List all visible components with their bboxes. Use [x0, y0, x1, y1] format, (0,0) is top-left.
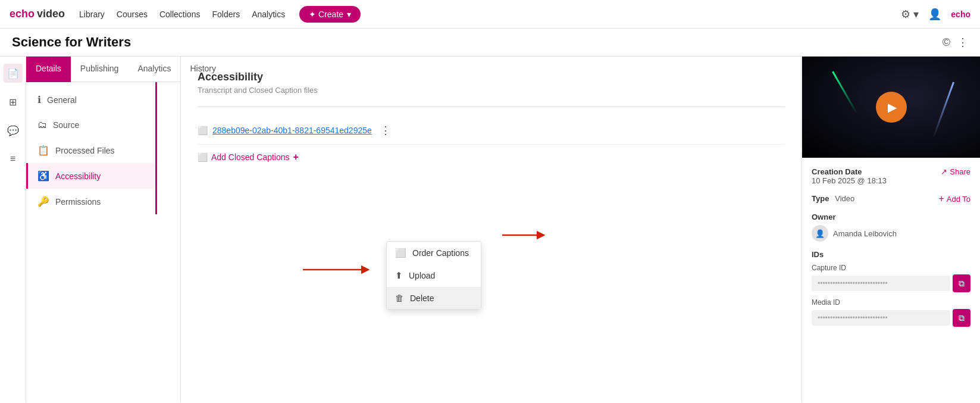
settings-button[interactable]: ⚙ ▾	[901, 8, 919, 21]
add-to-button[interactable]: + Add To	[938, 193, 970, 204]
owner-section: Owner 👤 Amanda Leibovich	[812, 213, 970, 242]
media-id-section: Media ID •••••••••••••••••••••••••••• ⧉	[812, 298, 970, 327]
nav-library[interactable]: Library	[79, 10, 105, 19]
create-chevron-icon: ▾	[347, 10, 351, 19]
logo-echo: echo	[10, 8, 35, 20]
arrow-right-annotation	[499, 229, 547, 241]
capture-id-section: Capture ID •••••••••••••••••••••••••••• …	[812, 264, 970, 292]
video-thumbnail	[802, 57, 980, 158]
dropdown-menu: ⬜ Order Captions ⬆ Upload 🗑 Delete	[386, 241, 481, 310]
menu-order-captions[interactable]: ⬜ Order Captions	[387, 242, 481, 264]
media-id-row: •••••••••••••••••••••••••••• ⧉	[812, 309, 970, 327]
main-layout: 📄 ⊞ 💬 ≡ Details Publishing Analytics His…	[0, 57, 980, 402]
sidebar-item-source[interactable]: 🗂 Source	[26, 113, 155, 138]
nav-folders[interactable]: Folders	[212, 10, 240, 19]
owner-avatar: 👤	[812, 225, 828, 242]
add-captions-row[interactable]: ⬜ Add Closed Captions +	[198, 152, 785, 163]
copy-capture-id-button[interactable]: ⧉	[953, 274, 970, 292]
ids-section: IDs Capture ID •••••••••••••••••••••••••…	[812, 250, 970, 327]
copy-media-id-button[interactable]: ⧉	[953, 309, 970, 327]
sidebar-item-general[interactable]: ℹ General	[26, 87, 155, 113]
sidebar-item-accessibility[interactable]: ♿ Accessibility	[26, 163, 155, 189]
rail-icon-list[interactable]: ≡	[4, 149, 23, 168]
rail-icon-details[interactable]: 📄	[4, 64, 23, 83]
section-title: Accessibility	[198, 71, 785, 83]
tab-details[interactable]: Details	[26, 57, 71, 82]
icon-rail: 📄 ⊞ 💬 ≡	[0, 57, 26, 402]
create-button[interactable]: ✦ Create ▾	[299, 6, 361, 23]
logo-video: video	[37, 8, 65, 20]
cc-icon: ⬜	[198, 126, 208, 135]
share-icon: ↗	[941, 167, 947, 176]
add-cc-icon: ⬜	[198, 152, 208, 162]
creation-date-value: 10 Feb 2025 @ 18:13	[812, 176, 887, 185]
order-captions-icon: ⬜	[395, 248, 406, 258]
plus-icon: +	[293, 152, 299, 163]
tabs-row: Details Publishing Analytics History	[26, 57, 180, 82]
owner-row: 👤 Amanda Leibovich	[812, 225, 970, 242]
tabs-sidebar-wrapper: Details Publishing Analytics History ℹ G…	[26, 57, 181, 402]
video-line-1	[832, 71, 857, 114]
processed-files-icon: 📋	[37, 145, 49, 156]
creation-date-block: Creation Date 10 Feb 2025 @ 18:13	[812, 167, 887, 185]
menu-item-label: Delete	[410, 293, 434, 303]
echo-icon-button[interactable]: echo	[951, 10, 970, 19]
user-profile-button[interactable]: 👤	[928, 8, 941, 21]
tab-analytics[interactable]: Analytics	[128, 57, 180, 82]
caption-more-button[interactable]: ⋮	[377, 123, 394, 138]
nav-courses[interactable]: Courses	[117, 10, 148, 19]
nav-links: Library Courses Collections Folders Anal…	[79, 10, 285, 19]
caption-file-row: ⬜ 288eb09e-02ab-40b1-8821-69541ed2925e ⋮	[198, 117, 785, 145]
main-content: Accessibility Transcript and Closed Capt…	[181, 57, 801, 402]
add-captions-label: Add Closed Captions	[211, 152, 290, 162]
menu-item-label: Order Captions	[412, 248, 469, 258]
page-title: Science for Writers	[12, 35, 131, 50]
caption-file-link[interactable]: 288eb09e-02ab-40b1-8821-69541ed2925e	[212, 126, 372, 135]
sidebar-item-label: Processed Files	[55, 146, 115, 155]
play-button[interactable]	[876, 92, 907, 123]
rail-icon-chat[interactable]: 💬	[4, 121, 23, 140]
nav-collections[interactable]: Collections	[159, 10, 200, 19]
sidebar-item-processed-files[interactable]: 📋 Processed Files	[26, 138, 155, 163]
ids-label: IDs	[812, 250, 970, 259]
sidebar-item-permissions[interactable]: 🔑 Permissions	[26, 189, 155, 214]
more-options-button[interactable]: ⋮	[957, 36, 968, 49]
capture-id-label: Capture ID	[812, 264, 970, 272]
sidebar-item-label: Accessibility	[55, 171, 101, 181]
info-icon: ℹ	[37, 94, 41, 105]
tab-publishing[interactable]: Publishing	[71, 57, 129, 82]
sidebar: ℹ General 🗂 Source 📋 Processed Files ♿ A…	[26, 82, 157, 214]
menu-delete[interactable]: 🗑 Delete	[387, 287, 481, 309]
capture-id-value: ••••••••••••••••••••••••••••	[812, 276, 950, 291]
right-panel-info: Creation Date 10 Feb 2025 @ 18:13 ↗ Shar…	[802, 158, 980, 402]
section-subtitle: Transcript and Closed Caption files	[198, 86, 785, 95]
capture-id-row: •••••••••••••••••••••••••••• ⧉	[812, 274, 970, 292]
upload-icon: ⬆	[395, 270, 403, 281]
page-title-actions: © ⋮	[943, 36, 968, 49]
video-line-2	[932, 82, 954, 139]
type-block: Type Video	[812, 193, 854, 203]
permissions-icon: 🔑	[37, 196, 49, 207]
share-label: Share	[950, 167, 970, 176]
type-value: Video	[835, 194, 854, 203]
accessibility-icon: ♿	[37, 170, 49, 182]
arrow-upload-annotation	[300, 264, 371, 277]
page-title-bar: Science for Writers © ⋮	[0, 29, 980, 57]
sidebar-item-label: Permissions	[55, 197, 101, 207]
rail-icon-layout[interactable]: ⊞	[4, 92, 23, 111]
type-row: Type Video + Add To	[812, 193, 970, 204]
owner-label: Owner	[812, 213, 970, 221]
menu-item-label: Upload	[409, 271, 435, 280]
logo[interactable]: echovideo	[10, 8, 65, 20]
nav-analytics[interactable]: Analytics	[252, 10, 285, 19]
top-navigation: echovideo Library Courses Collections Fo…	[0, 0, 980, 29]
right-panel: Creation Date 10 Feb 2025 @ 18:13 ↗ Shar…	[801, 57, 980, 402]
creation-date-row: Creation Date 10 Feb 2025 @ 18:13 ↗ Shar…	[812, 167, 970, 185]
menu-upload[interactable]: ⬆ Upload	[387, 264, 481, 287]
type-label: Type	[812, 194, 829, 203]
copyright-button[interactable]: ©	[943, 36, 950, 49]
delete-icon: 🗑	[395, 293, 404, 303]
media-id-value: ••••••••••••••••••••••••••••	[812, 310, 950, 326]
creation-date-label: Creation Date	[812, 167, 887, 176]
share-button[interactable]: ↗ Share	[941, 167, 970, 176]
